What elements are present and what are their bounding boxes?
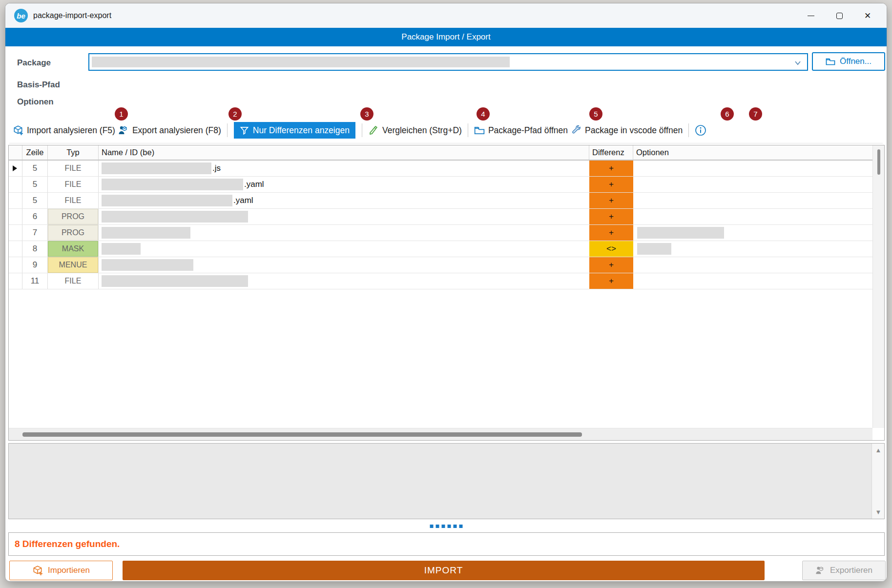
cell-differenz: <>: [589, 241, 633, 257]
status-message: 8 Differenzen gefunden.: [15, 539, 120, 549]
toolbar-separator: [688, 123, 689, 137]
cell-zeile: 5: [22, 177, 48, 192]
scroll-down-icon[interactable]: ▼: [872, 508, 885, 516]
title-bar: be package-import-export ✕: [5, 3, 887, 28]
column-header-name[interactable]: Name / ID (be): [99, 145, 589, 160]
window-controls: ✕: [797, 3, 882, 28]
cell-zeile: 6: [22, 209, 48, 224]
grip-dot: [453, 525, 456, 528]
redacted-name: [102, 275, 248, 287]
export-analyze-label: Export analysieren (F8): [132, 125, 221, 136]
only-differences-toggle[interactable]: Nur Differenzen anzeigen: [234, 122, 355, 139]
grip-dot: [430, 525, 433, 528]
row-selector[interactable]: [9, 257, 22, 273]
import-analyze-button[interactable]: Import analysieren (F5): [11, 125, 117, 136]
import-action-label: IMPORT: [424, 565, 463, 576]
redacted-name: [102, 227, 190, 239]
cell-differenz: +: [589, 225, 633, 241]
splitter-grip[interactable]: [430, 525, 462, 528]
row-selector[interactable]: [9, 177, 22, 192]
row-selector[interactable]: [9, 209, 22, 224]
info-icon: [695, 124, 706, 136]
page-header: Package Import / Export: [5, 28, 887, 46]
folder-icon: [826, 58, 835, 66]
redacted-name: [102, 243, 141, 255]
package-combobox[interactable]: [88, 53, 808, 71]
chevron-down-icon[interactable]: [793, 59, 802, 67]
cell-differenz: +: [589, 161, 633, 176]
redacted-name: [102, 259, 193, 271]
compare-button[interactable]: Vergleichen (Strg+D): [367, 125, 463, 136]
row-selector[interactable]: [9, 193, 22, 208]
column-header-typ[interactable]: Typ: [48, 145, 99, 160]
export-analyze-button[interactable]: Export analysieren (F8): [117, 125, 223, 136]
table-row[interactable]: 11 FILE +: [9, 273, 884, 289]
exportieren-label: Exportieren: [830, 566, 872, 575]
row-selector[interactable]: [9, 161, 22, 176]
step-badge-1: 1: [115, 107, 128, 121]
status-bar: 8 Differenzen gefunden.: [8, 532, 885, 556]
folder-icon: [474, 126, 485, 135]
table-horizontal-scrollbar[interactable]: [9, 428, 872, 440]
compare-label: Vergleichen (Strg+D): [382, 125, 462, 136]
table-row[interactable]: 9 MENUE +: [9, 257, 884, 273]
close-button[interactable]: ✕: [853, 5, 882, 26]
scroll-up-icon[interactable]: ▲: [872, 446, 885, 454]
table-row[interactable]: 7 PROG +: [9, 225, 884, 241]
minimize-icon: [808, 16, 814, 16]
panel-vertical-scrollbar[interactable]: ▲ ▼: [871, 444, 884, 519]
column-header-zeile[interactable]: Zeile: [22, 145, 48, 160]
row-selector[interactable]: [9, 225, 22, 241]
table-header: Zeile Typ Name / ID (be) Differenz Optio…: [9, 145, 884, 161]
filter-icon: [240, 126, 249, 135]
cell-name: .yaml: [99, 193, 589, 208]
redacted-name: [102, 179, 243, 190]
diff-table: Zeile Typ Name / ID (be) Differenz Optio…: [8, 145, 885, 441]
cell-typ: PROG: [48, 209, 99, 224]
table-row[interactable]: 5 FILE .yaml +: [9, 177, 884, 193]
basis-pfad-label: Basis-Pfad: [17, 80, 60, 90]
open-package-path-button[interactable]: Package-Pfad öffnen: [473, 125, 569, 136]
step-badge-5: 5: [589, 107, 602, 121]
toolbar-separator: [227, 123, 228, 137]
file-suffix: .yaml: [244, 180, 264, 189]
scrollbar-thumb[interactable]: [877, 149, 880, 175]
open-package-path-label: Package-Pfad öffnen: [488, 125, 568, 136]
table-vertical-scrollbar[interactable]: [872, 145, 884, 428]
exportieren-button[interactable]: Exportieren: [802, 561, 886, 580]
row-selector[interactable]: [9, 273, 22, 289]
row-selector[interactable]: [9, 241, 22, 257]
open-in-vscode-button[interactable]: Package in vscode öffnen: [569, 125, 684, 136]
file-suffix: .js: [212, 163, 221, 173]
current-row-arrow-icon: [13, 165, 17, 171]
grip-dot: [459, 525, 462, 528]
minimize-button[interactable]: [797, 5, 825, 26]
table-row[interactable]: 5 FILE .yaml +: [9, 193, 884, 209]
redacted-option: [637, 243, 671, 255]
open-package-button[interactable]: Öffnen...: [812, 52, 885, 71]
grip-dot: [441, 525, 445, 528]
header-gutter: [9, 145, 22, 160]
table-row[interactable]: 6 PROG +: [9, 209, 884, 225]
column-header-optionen[interactable]: Optionen: [633, 145, 884, 160]
importieren-button[interactable]: Importieren: [9, 561, 113, 580]
cell-zeile: 5: [22, 161, 48, 176]
package-import-icon: [13, 125, 23, 136]
package-label: Package: [17, 58, 51, 68]
cell-differenz: +: [589, 273, 633, 289]
column-header-differenz[interactable]: Differenz: [589, 145, 633, 160]
info-button[interactable]: [693, 124, 708, 136]
cell-zeile: 9: [22, 257, 48, 273]
grip-dot: [447, 525, 451, 528]
import-action-button[interactable]: IMPORT: [123, 561, 765, 580]
maximize-button[interactable]: [825, 5, 853, 26]
scrollbar-thumb[interactable]: [22, 432, 582, 437]
table-row[interactable]: 5 FILE .js +: [9, 161, 884, 177]
cell-zeile: 8: [22, 241, 48, 257]
person-package-icon: [815, 566, 825, 575]
cell-name: [99, 273, 589, 289]
cell-differenz: +: [589, 177, 633, 192]
table-row[interactable]: 8 MASK <>: [9, 241, 884, 257]
app-logo-icon: be: [14, 9, 28, 22]
cell-typ: PROG: [48, 225, 99, 241]
